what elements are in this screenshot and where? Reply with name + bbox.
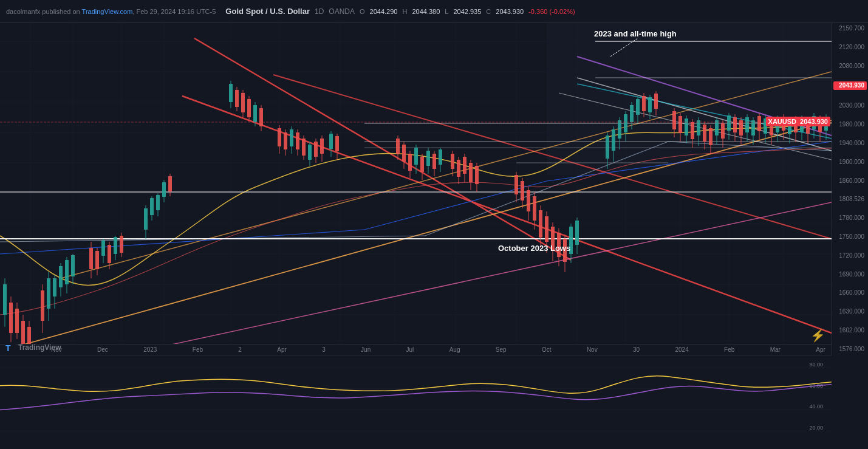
svg-text:60.00: 60.00	[809, 383, 823, 389]
symbol-price-tag: XAUUSD 2043.930	[766, 117, 830, 126]
svg-rect-123	[320, 139, 324, 154]
svg-rect-217	[739, 120, 743, 135]
svg-rect-153	[475, 166, 479, 184]
price-1980: 1980.000	[833, 122, 867, 128]
svg-rect-53	[3, 284, 7, 315]
svg-rect-121	[314, 142, 318, 157]
tv-logo-icon: T	[5, 342, 16, 353]
svg-rect-87	[144, 208, 148, 230]
svg-rect-197	[678, 116, 682, 133]
svg-rect-155	[514, 175, 518, 194]
price-1940: 1940.000	[833, 140, 867, 146]
svg-rect-179	[612, 129, 615, 151]
time-2: 2	[238, 346, 242, 353]
chart-container: dacolmanfx published on TradingView.com,…	[0, 0, 868, 449]
svg-rect-119	[308, 145, 312, 160]
open-val: 2044.290	[370, 8, 398, 15]
time-2023: 2023	[143, 346, 157, 353]
indicator-panel: 80.00 60.00 40.00 20.00	[0, 355, 832, 449]
svg-rect-201	[691, 122, 694, 139]
annotation-oct-lows: October 2023 Lows	[498, 244, 570, 253]
price-1780: 1780.000	[833, 215, 867, 221]
svg-rect-248	[0, 355, 832, 449]
price-1900: 1900.000	[833, 159, 867, 165]
publisher-info: dacolmanfx published on TradingView.com,…	[6, 8, 216, 15]
time-feb2: Feb	[724, 346, 734, 353]
indicator-svg: 80.00 60.00 40.00 20.00	[0, 355, 832, 449]
svg-rect-63	[41, 290, 44, 321]
annotation-ath: 2023 and all-time high	[594, 29, 677, 38]
tradingview-link[interactable]: TradingView.com	[82, 8, 133, 15]
open-label: O	[360, 8, 365, 15]
svg-rect-55	[9, 303, 13, 333]
change-val: -0.360 (-0.02%)	[528, 8, 575, 15]
svg-rect-83	[114, 237, 117, 254]
time-mar: Mar	[770, 346, 781, 353]
time-jun: Jun	[361, 346, 371, 353]
svg-rect-75	[89, 248, 93, 269]
svg-rect-143	[439, 149, 442, 165]
price-1808: 1808.526	[833, 196, 867, 202]
svg-rect-159	[527, 190, 530, 211]
svg-rect-145	[451, 154, 454, 169]
svg-text:20.00: 20.00	[809, 425, 823, 431]
broker: OANDA	[329, 7, 355, 16]
symbol-name: Gold Spot / U.S. Dollar	[225, 7, 310, 16]
price-1750: 1750.000	[833, 234, 867, 240]
time-2024: 2024	[675, 346, 688, 353]
price-1576: 1576.000	[833, 346, 867, 352]
timeframe: 1D	[315, 7, 324, 16]
svg-rect-207	[709, 128, 713, 145]
high-val: 2044.380	[412, 8, 440, 15]
svg-rect-79	[101, 241, 105, 256]
ohlc-info: Gold Spot / U.S. Dollar 1D OANDA O 2044.…	[225, 7, 575, 16]
time-axis: Oct Nov Dec 2023 Feb 2 Apr 3 Jun Jul Aug…	[0, 344, 832, 355]
svg-rect-215	[733, 117, 737, 132]
svg-rect-161	[533, 196, 536, 221]
time-3: 3	[322, 346, 326, 353]
svg-rect-91	[156, 195, 160, 210]
svg-rect-165	[545, 216, 548, 242]
time-aug: Aug	[449, 346, 460, 353]
publisher-name: dacolmanfx	[6, 8, 40, 15]
svg-rect-101	[241, 93, 245, 112]
time-nov2: Nov	[587, 346, 598, 353]
high-label: H	[402, 8, 407, 15]
price-1660: 1660.000	[833, 290, 867, 296]
svg-rect-69	[59, 266, 63, 287]
time-jul: Jul	[406, 346, 414, 353]
svg-rect-141	[432, 154, 436, 169]
publish-date: Feb 29, 2024 19:16 UTC-5	[136, 8, 216, 15]
time-sep: Sep	[496, 346, 507, 353]
price-2150: 2150.700	[833, 26, 867, 32]
svg-rect-95	[168, 176, 172, 191]
svg-rect-183	[624, 114, 627, 132]
price-1690: 1690.000	[833, 272, 867, 278]
time-feb: Feb	[193, 346, 203, 353]
low-val: 2042.935	[453, 8, 481, 15]
svg-rect-187	[636, 99, 640, 115]
svg-rect-189	[642, 96, 646, 111]
price-current: 2043.930	[833, 81, 867, 90]
low-label: L	[445, 8, 448, 15]
tv-logo-text: TradingView	[18, 343, 61, 352]
svg-rect-109	[278, 128, 281, 146]
svg-rect-219	[745, 117, 749, 132]
svg-rect-191	[648, 97, 652, 112]
svg-rect-151	[469, 163, 473, 182]
close-val: 2043.930	[496, 8, 524, 15]
time-oct2: Oct	[542, 346, 552, 353]
time-apr: Apr	[277, 346, 287, 353]
svg-rect-81	[108, 245, 111, 263]
svg-rect-221	[751, 120, 755, 135]
svg-rect-27	[547, 23, 832, 175]
time-apr2: Apr	[816, 346, 825, 353]
svg-rect-127	[335, 136, 339, 151]
svg-rect-195	[672, 111, 676, 129]
price-1630: 1630.000	[833, 309, 867, 315]
price-2080: 2080.000	[833, 63, 867, 69]
svg-rect-65	[47, 278, 50, 309]
svg-text:80.00: 80.00	[809, 362, 823, 368]
price-2030: 2030.000	[833, 103, 867, 109]
price-1720: 1720.000	[833, 253, 867, 259]
